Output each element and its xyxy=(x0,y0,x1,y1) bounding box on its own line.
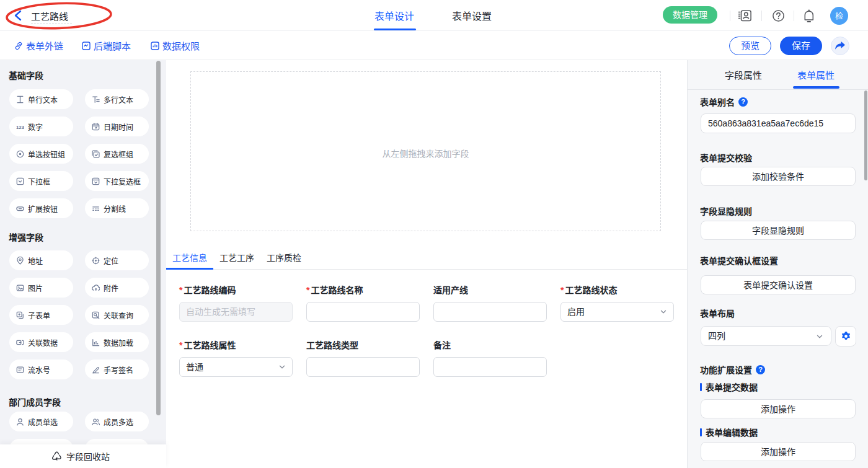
svg-text:123: 123 xyxy=(16,124,24,130)
